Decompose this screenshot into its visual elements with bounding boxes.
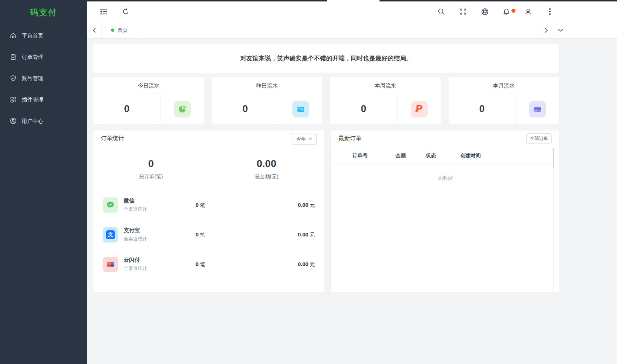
channel-amount: 0.00 元: [253, 202, 315, 209]
sidebar-item-accounts[interactable]: 账号管理: [0, 68, 87, 89]
tabs-back-button[interactable]: [87, 22, 102, 38]
stat-card-value: 0: [93, 94, 160, 124]
tab-home[interactable]: 首页: [102, 22, 137, 38]
stat-card-value: 0: [212, 94, 279, 124]
latest-orders-title: 最新订单: [338, 135, 361, 142]
quote-banner: 对友谊来说，笑声确实是个不错的开端，同时也是最好的结局。: [93, 44, 559, 73]
quote-text: 对友谊来说，笑声确实是个不错的开端，同时也是最好的结局。: [240, 54, 412, 63]
channel-name: 云闪付: [124, 257, 147, 264]
tab-spacer: [137, 22, 539, 38]
channel-subtitle: 全渠道统计: [124, 236, 147, 242]
stat-card-yesterday: 昨日流水 0: [212, 77, 323, 124]
page-content: 对友谊来说，笑声确实是个不错的开端，同时也是最好的结局。 今日流水 0: [93, 44, 559, 292]
latest-orders-panel: 最新订单 全部订单 订单号 金额 状态 创建时间 无数据: [331, 130, 559, 292]
stat-card-title: 昨日流水: [212, 77, 323, 94]
fullscreen-icon[interactable]: [459, 8, 467, 16]
sidebar-item-plugins[interactable]: 插件管理: [0, 89, 87, 111]
grid-icon: [10, 96, 17, 104]
topbar: [87, 0, 617, 22]
pie-chart-icon: [174, 101, 191, 117]
tab-label: 首页: [117, 27, 128, 34]
total-amount-label: 总金额(元): [209, 174, 325, 180]
menu-fold-icon[interactable]: [99, 8, 107, 16]
column-status: 状态: [418, 153, 444, 159]
order-stats-panel: 订单统计 今年 0 总订单(笔) 0.00 总金额(元: [93, 130, 324, 292]
search-icon[interactable]: [437, 8, 445, 16]
channel-subtitle: 全渠道统计: [124, 206, 147, 213]
main-area: 首页 对友谊来说，笑声确实是个不错的开端，同时也是最好的结局。 今日流水: [87, 0, 617, 364]
shield-check-icon: [10, 75, 17, 83]
total-amount-value: 0.00: [209, 158, 325, 170]
sidebar-item-home[interactable]: 平台首页: [0, 25, 87, 47]
channel-amount: 0.00 元: [253, 231, 315, 238]
channel-row-wechat: 微信 全渠道统计 0 笔 0.00 元: [93, 190, 324, 220]
channel-name: 微信: [124, 197, 147, 204]
table-scrollbar-track: [553, 148, 554, 290]
range-select-value: 今年: [296, 136, 306, 142]
paypal-icon: P: [411, 101, 428, 117]
top-loading-strip: [87, 0, 327, 1]
sidebar-item-orders[interactable]: 订单管理: [0, 47, 87, 68]
empty-state-text: 无数据: [337, 164, 554, 192]
column-order-no: 订单号: [337, 153, 384, 159]
app-logo: 码支付: [0, 0, 87, 25]
stat-cards-row: 今日流水 0: [93, 77, 559, 124]
tab-bar: 首页: [87, 22, 617, 39]
tabbar-end-padding: [567, 22, 617, 38]
orders-table: 订单号 金额 状态 创建时间 无数据: [337, 147, 554, 192]
sidebar-item-label: 用户中心: [22, 118, 43, 125]
stat-card-value: 0: [330, 94, 397, 124]
column-amount: 金额: [384, 153, 418, 159]
stat-card-title: 今日流水: [93, 77, 204, 94]
sidebar-item-label: 平台首页: [22, 33, 43, 39]
sidebar-item-label: 账号管理: [22, 75, 43, 82]
stat-card-today: 今日流水 0: [93, 77, 204, 124]
tabs-forward-button[interactable]: [539, 22, 553, 38]
user-icon[interactable]: [524, 8, 532, 16]
credit-card-icon: [529, 101, 546, 117]
channel-count: 0 笔: [147, 261, 253, 268]
alipay-icon: 支: [103, 227, 118, 243]
order-stats-title: 订单统计: [101, 135, 124, 142]
all-orders-button[interactable]: 全部订单: [526, 133, 552, 144]
stat-card-week: 本周流水 0 P: [330, 77, 441, 124]
bell-icon[interactable]: [502, 8, 510, 16]
table-scrollbar[interactable]: [553, 148, 554, 169]
lower-panels: 订单统计 今年 0 总订单(笔) 0.00 总金额(元: [93, 130, 559, 292]
range-select[interactable]: 今年: [292, 133, 317, 145]
kebab-menu-icon[interactable]: [546, 8, 554, 16]
stat-card-title: 本周流水: [330, 77, 441, 94]
total-orders-value: 0: [93, 158, 209, 170]
wechat-pay-icon: [103, 197, 118, 213]
active-tab-dot: [111, 29, 114, 32]
globe-icon[interactable]: [481, 8, 489, 16]
stat-card-month: 本月流水 0: [449, 77, 560, 124]
channel-subtitle: 全渠道统计: [124, 265, 147, 272]
channel-name: 支付宝: [124, 227, 147, 234]
sidebar: 码支付 平台首页 订单管理: [0, 0, 87, 364]
channel-count: 0 笔: [147, 231, 253, 238]
top-loading-strip: [380, 0, 617, 1]
stat-card-value: 0: [449, 94, 516, 124]
total-orders-label: 总订单(笔): [93, 174, 209, 180]
home-icon: [10, 32, 17, 40]
unionpay-icon: [103, 257, 118, 272]
channel-count: 0 笔: [147, 202, 253, 209]
column-created-time: 创建时间: [444, 153, 497, 159]
wallet-icon: [292, 101, 309, 117]
sidebar-nav: 平台首页 订单管理 账号管理: [0, 25, 87, 132]
sidebar-item-user-center[interactable]: 用户中心: [0, 111, 87, 132]
channel-row-unionpay: 云闪付 全渠道统计 0 笔 0.00 元: [93, 249, 324, 279]
sidebar-item-label: 订单管理: [22, 54, 43, 61]
refresh-icon[interactable]: [122, 8, 130, 16]
orders-table-header: 订单号 金额 状态 创建时间: [337, 147, 554, 164]
tabs-menu-button[interactable]: [553, 22, 567, 38]
channel-amount: 0.00 元: [253, 261, 315, 268]
channel-list: 微信 全渠道统计 0 笔 0.00 元: [93, 190, 324, 279]
sidebar-item-label: 插件管理: [22, 97, 43, 103]
stat-card-title: 本月流水: [449, 77, 560, 94]
clipboard-icon: [10, 53, 17, 61]
app-root: 码支付 平台首页 订单管理: [0, 0, 617, 364]
channel-row-alipay: 支 支付宝 全渠道统计 0 笔 0.00 元: [93, 220, 324, 249]
user-circle-icon: [10, 117, 17, 125]
